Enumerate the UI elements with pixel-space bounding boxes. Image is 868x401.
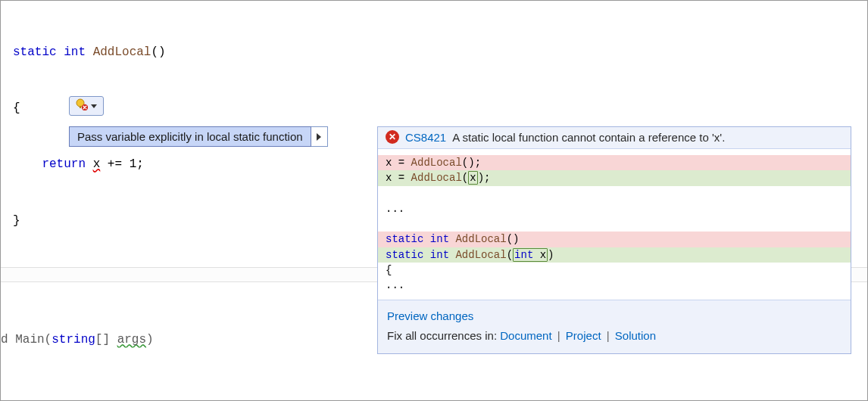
quick-action-item[interactable]: Pass variable explicitly in local static… [69,126,311,147]
fix-scope-document[interactable]: Document [500,329,551,342]
code-line: { [1,99,867,118]
chevron-right-icon [317,133,321,141]
panel-footer: Preview changes Fix all occurrences in: … [378,300,851,354]
method-name: AddLocal [93,45,151,59]
diff-removed-line: x = AddLocal(); [378,155,851,170]
text: += [100,157,129,171]
quick-action-expand[interactable] [311,126,328,147]
number-literal: 1 [130,157,137,171]
fix-all-label: Fix all occurrences in: [387,329,497,342]
keyword: return [42,157,86,171]
diff-insert-highlight: int x [513,248,548,262]
error-header: ✕ CS8421 A static local function cannot … [378,127,851,149]
error-code[interactable]: CS8421 [405,131,446,144]
lightbulb-error-icon [76,98,88,114]
diff-added-line: x = AddLocal(x); [378,170,851,185]
chevron-down-icon [91,104,97,108]
diff-removed-line: static int AddLocal() [378,232,851,247]
text: [] [95,333,110,347]
text: d Main( [1,333,52,347]
text: ) [146,333,154,347]
ellipsis-line: ... [378,278,851,293]
fix-preview-panel: ✕ CS8421 A static local function cannot … [377,126,851,354]
separator: | [555,329,563,342]
code-line: static int AddLocal() [1,43,867,62]
text: () [151,45,165,59]
diff-body: x = AddLocal(); x = AddLocal(x); ... sta… [378,149,851,300]
code-line: { [378,263,851,278]
fix-scope-project[interactable]: Project [566,329,601,342]
keyword: string [52,333,95,347]
keyword: int [64,45,86,59]
diff-added-line: static int AddLocal(int x) [378,247,851,263]
blank-line [378,216,851,232]
diff-insert-highlight: x [468,171,477,185]
preview-changes-link[interactable]: Preview changes [387,306,841,326]
error-icon: ✕ [386,130,399,144]
fix-scope-solution[interactable]: Solution [615,329,656,342]
ellipsis-line: ... [378,201,851,216]
blank-line [1,387,867,401]
info-squiggle: args [117,333,146,347]
blank-line [378,186,851,201]
separator: | [604,329,612,342]
quick-actions-button[interactable] [69,96,104,116]
text: ; [136,157,144,171]
svg-rect-1 [80,106,81,108]
keyword: static [13,45,57,59]
error-message: A static local function cannot contain a… [452,131,725,144]
error-squiggle[interactable]: x [93,157,101,171]
